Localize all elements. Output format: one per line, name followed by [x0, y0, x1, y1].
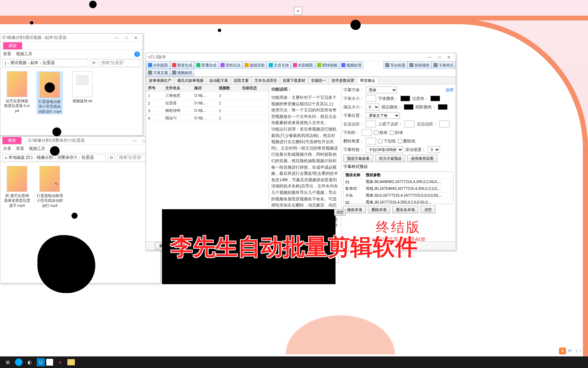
menu-tools[interactable]: 视频工具 [16, 51, 32, 57]
file-item[interactable]: 厨·展艺扯蛋神器黄金摇蛋拉蛋器手.mp4 [4, 166, 30, 208]
menu-view[interactable]: 查看 [3, 51, 11, 57]
trans-color[interactable] [430, 96, 440, 101]
toolbar-btn[interactable]: 普通合成 [194, 61, 218, 69]
play-tab[interactable]: 播放 [2, 137, 21, 144]
font-color[interactable] [401, 96, 410, 101]
toolbar-btn[interactable]: 导出标题 [383, 61, 407, 69]
minimize-button[interactable]: — [425, 55, 435, 60]
clear-preview-button[interactable]: 清空 [334, 209, 346, 216]
effect-select[interactable]: 卡拉OK歌词特效 [366, 146, 403, 153]
breadcrumb[interactable]: )› 测试视频 - 副本› 扯蛋器 [2, 59, 88, 67]
app-icon[interactable] [46, 359, 53, 366]
toolbar-btn[interactable]: 字幕样式 [431, 61, 456, 69]
tab[interactable]: 音频统一 [308, 77, 329, 84]
toolbar-btn[interactable]: 视频贴纸 [170, 69, 194, 76]
preset-row[interactable]: 02黑体,30,16777215,4,255,0,2,0,0,50,3,... [344, 199, 453, 204]
moon-icon[interactable]: ☽ [574, 349, 578, 353]
preset-action-button[interactable]: 删除本项 [368, 206, 390, 213]
toolbar-btn[interactable]: 图转视频 [315, 61, 339, 69]
explain-link[interactable]: 说明 [445, 87, 454, 93]
table-row[interactable]: 2扯蛋器D:\镜…2 [146, 99, 269, 107]
help-icon[interactable]: ? [134, 51, 140, 57]
toolbar-btn[interactable]: 剪辑规则 [407, 61, 431, 69]
stroke-color-swatch[interactable] [404, 104, 413, 110]
chk-strike[interactable]: 删除线 [398, 138, 415, 144]
record-icon[interactable]: ● [54, 357, 66, 367]
close-button[interactable]: ✕ [131, 35, 141, 40]
chk-bold[interactable]: 粗体 [374, 130, 388, 136]
toolbar-btn[interactable]: 视频处理 [339, 61, 363, 69]
font-size-input[interactable] [366, 95, 376, 102]
file-item[interactable]: 视频旋转.txt [69, 71, 96, 103]
refresh-icon[interactable]: ⟳ [90, 59, 98, 67]
preset-list[interactable]: 预设名称预设参数01黑体,80,8445952,16777215,4,255,0… [343, 171, 454, 204]
tab[interactable]: 文本合成语音 [251, 77, 280, 84]
pos-select[interactable]: 屏幕左下角 [366, 112, 400, 119]
file-item[interactable]: 扯艺扯蛋神器 摇蛋拉蛋器 5.mp4 [4, 71, 30, 113]
menu-share[interactable]: 共享 [3, 146, 11, 152]
file-item[interactable]: 打蛋器电动家用小型无线自动奶油打.mp4 [36, 71, 63, 114]
save-preset-button[interactable]: 存为字幕预设 [375, 155, 405, 162]
tab[interactable]: 自动配字幕 [206, 77, 231, 84]
table-row[interactable]: 1三角拖把D:\镜…2 [146, 92, 269, 99]
preset-action-button[interactable]: 重命名本项 [392, 206, 419, 213]
toolbar-btn[interactable]: 分割提取 [146, 61, 170, 69]
app-title: v21.0版本 [148, 54, 425, 60]
cortana-icon[interactable] [15, 358, 22, 366]
toolbar-btn[interactable]: 壁纸玩法 [218, 61, 243, 69]
file-list: 扯艺扯蛋神器 摇蛋拉蛋器 5.mp4 打蛋器电动家用小型无线自动奶油打.mp4 … [0, 68, 143, 118]
search-input[interactable]: 搜索"扯蛋器" [100, 59, 141, 67]
table-row[interactable]: 4隔油勺D:\镜…2 [146, 114, 269, 122]
minimize-button[interactable]: — [130, 138, 139, 143]
toolbar-btn[interactable]: 封面截取 [291, 61, 315, 69]
toolbar-btn[interactable]: 文音互转 [267, 61, 291, 69]
preset-row[interactable]: 片头黑体,50,0,16777215,4,16777215,0,5,0,0,50… [344, 192, 453, 199]
shadow-color-swatch[interactable] [438, 104, 447, 110]
menu-tools[interactable]: 视频工具 [29, 146, 45, 152]
ime-indicator[interactable]: 中 [568, 348, 572, 354]
chk-italic[interactable]: 斜体 [390, 130, 403, 136]
font-select[interactable]: 黑体 [366, 87, 397, 93]
preset-row[interactable]: 01黑体,80,8445952,16777215,4,255,0,2,50,0,… [344, 179, 453, 185]
menu-view[interactable]: 查看 [16, 146, 24, 152]
tab[interactable]: 软件参数设置 [329, 77, 357, 84]
scroll-select[interactable]: 0 [428, 146, 440, 153]
play-tab[interactable]: 播放 [3, 42, 22, 49]
task-view-icon[interactable]: ⊞ [2, 357, 14, 367]
desc-body: 功能用途：主要针对于一个宝贝多个视频的带货搬运模式(2个及其以上) 使用方法：将… [271, 94, 339, 215]
taskbar: ⊞ ◐ U ● [0, 356, 588, 368]
app-icon[interactable]: U [37, 358, 45, 366]
toolbar-btn[interactable]: 裂变合成 [170, 61, 194, 69]
tab[interactable]: 带货搬运 [357, 77, 378, 84]
refresh-icon[interactable]: ⟳ [108, 154, 115, 162]
tab[interactable]: 傻瓜式故事视频 [174, 77, 207, 84]
chk-underline[interactable]: 下划线 [378, 138, 396, 144]
margin-v-input[interactable] [405, 121, 415, 127]
minimize-button[interactable]: — [112, 35, 121, 40]
toolbar-btn[interactable]: 字幕文案 [146, 69, 170, 76]
tab[interactable]: 批量下载素材 [280, 77, 308, 84]
tab[interactable]: 故事视频生产 [146, 77, 175, 84]
margin-right-input[interactable] [439, 121, 450, 127]
maximize-button[interactable]: □ [435, 55, 444, 60]
margin-left-input[interactable] [366, 121, 376, 127]
close-button[interactable]: ✕ [444, 55, 454, 60]
explorer-icon[interactable] [67, 359, 75, 365]
preset-action-button[interactable]: 清空 [421, 206, 436, 213]
more-icon[interactable]: › [580, 349, 581, 353]
spacing-input[interactable] [362, 129, 372, 136]
preset-action-button[interactable]: 修改本项 [343, 206, 366, 213]
stroke-select[interactable]: 0 [366, 104, 379, 110]
file-list: 厨·展艺扯蛋神器黄金摇蛋拉蛋器手.mp4 ↖打蛋器电动家用小型无线自动奶油打.m… [0, 163, 160, 211]
rotate-input[interactable] [366, 138, 376, 144]
toolbar-btn[interactable]: 超级混剪 [243, 61, 267, 69]
preset-row[interactable]: 歌单02等线,90,16754943,16777215,4,255,0,2,0,… [344, 185, 453, 192]
table-row[interactable]: 3橱柜挂钩D:\镜…2 [146, 107, 269, 114]
tab[interactable]: 提取文案 [231, 77, 252, 84]
preview-button[interactable]: 预览字幕效果 [343, 155, 373, 162]
use-rec-button[interactable]: 使用推荐设置 [407, 155, 437, 162]
file-item[interactable]: ↖打蛋器电动家用小型无线自动奶油打.mp4 [36, 166, 63, 208]
app-icon[interactable]: ◐ [24, 357, 35, 367]
maximize-button[interactable]: □ [121, 35, 131, 40]
sogou-icon[interactable]: S [559, 348, 566, 354]
